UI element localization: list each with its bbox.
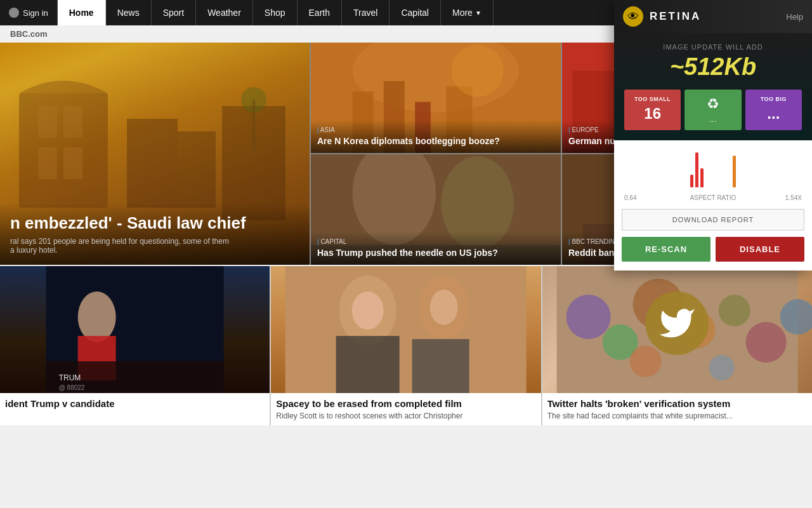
nav-item-home[interactable]: Home — [58, 0, 106, 25]
nav-travel-label: Travel — [353, 8, 377, 18]
chevron-down-icon: ▼ — [475, 10, 481, 17]
svg-rect-40 — [412, 339, 469, 393]
nav-item-news[interactable]: News — [106, 0, 152, 25]
site-name: BBC.com — [10, 29, 48, 39]
svg-point-41 — [352, 291, 384, 330]
bottom-section: TRUM @ 88022 ident Trump v candidate Spa… — [0, 266, 812, 425]
nav-item-earth[interactable]: Earth — [298, 0, 342, 25]
badge-too-big-value: ... — [750, 105, 797, 123]
svg-text:TRUM: TRUM — [59, 373, 81, 382]
retina-eye-icon: 👁 — [623, 6, 643, 27]
disable-button[interactable]: DISABLE — [716, 237, 804, 262]
user-icon — [9, 8, 19, 18]
svg-point-31 — [78, 291, 116, 342]
nav-item-shop[interactable]: Shop — [253, 0, 298, 25]
retina-help-button[interactable]: Help — [786, 12, 803, 22]
retina-download-area: DOWNLOAD REPORT — [614, 205, 812, 231]
svg-point-51 — [629, 345, 661, 377]
svg-rect-2 — [63, 106, 82, 138]
svg-rect-3 — [38, 147, 57, 179]
card-trump-jobs[interactable]: | CAPITAL Has Trump pushed the needle on… — [311, 154, 561, 265]
twitter-image — [542, 266, 812, 393]
chart-label-left: 0.64 — [624, 194, 636, 201]
svg-rect-9 — [252, 100, 255, 150]
hero-title: n embezzled' - Saudi law chief — [10, 213, 299, 233]
twitter-logo — [645, 291, 709, 355]
hero-card[interactable]: n embezzled' - Saudi law chief ral says … — [0, 43, 310, 265]
retina-title-text: RETINA — [650, 10, 701, 23]
nav-item-capital[interactable]: Capital — [390, 0, 441, 25]
bottom-spacey-title: Spacey to be erased from completed film — [271, 393, 540, 411]
bottom-card-twitter[interactable]: Twitter halts 'broken' verification syst… — [542, 266, 812, 425]
svg-rect-36 — [285, 266, 527, 393]
retina-actions: RE-SCAN DISABLE — [614, 231, 812, 271]
chart-label-center: ASPECT RATIO — [690, 194, 736, 201]
nav-item-travel[interactable]: Travel — [342, 0, 390, 25]
svg-text:@ 88022: @ 88022 — [59, 384, 85, 391]
signin-button[interactable]: Sign in — [0, 0, 58, 25]
nav-item-more[interactable]: More ▼ — [441, 0, 494, 25]
badge-too-small-label: TOO SMALL — [629, 96, 676, 102]
svg-point-52 — [709, 355, 734, 380]
card-trump-jobs-tag: | CAPITAL — [317, 238, 554, 245]
rescan-button[interactable]: RE-SCAN — [622, 237, 710, 262]
svg-point-49 — [745, 322, 786, 363]
chart-label-right: 1.54X — [785, 194, 802, 201]
nav-earth-label: Earth — [309, 8, 330, 18]
recycle-icon: ♻ — [707, 96, 719, 112]
retina-header: 👁 RETINA Help — [614, 0, 812, 33]
retina-chart-area: 0.64 ASPECT RATIO 1.54X — [614, 140, 812, 205]
card-trump-jobs-overlay: | CAPITAL Has Trump pushed the needle on… — [311, 232, 561, 265]
retina-size-display: ~512Kb — [624, 53, 802, 81]
svg-point-44 — [566, 295, 610, 339]
bottom-twitter-desc: The site had faced complaints that white… — [542, 411, 812, 425]
badge-too-small-value: 16 — [629, 105, 676, 123]
retina-body: IMAGE UPDATE WILL ADD ~512Kb TOO SMALL 1… — [614, 33, 812, 140]
card-trump-jobs-title: Has Trump pushed the needle on US jobs? — [317, 247, 554, 258]
bottom-spacey-desc: Ridley Scott is to reshoot scenes with a… — [271, 411, 540, 425]
bottom-card-trump[interactable]: TRUM @ 88022 ident Trump v candidate — [0, 266, 270, 425]
svg-rect-4 — [63, 147, 82, 179]
chart-container: 0.64 ASPECT RATIO 1.54X — [624, 150, 802, 201]
svg-rect-1 — [38, 106, 57, 138]
trump-figure: TRUM @ 88022 — [0, 266, 270, 393]
nav-shop-label: Shop — [265, 8, 285, 18]
nav-sport-label: Sport — [163, 8, 184, 18]
nav-capital-label: Capital — [401, 8, 429, 18]
badge-ok: ♻ ... — [684, 90, 741, 130]
spacey-image — [271, 266, 540, 393]
trump-image: TRUM @ 88022 — [0, 266, 270, 393]
twitter-bird-icon — [658, 304, 696, 342]
download-report-button[interactable]: DOWNLOAD REPORT — [622, 209, 804, 231]
card-n-korea[interactable]: | ASIA Are N Korea diplomats bootlegging… — [311, 43, 561, 153]
svg-rect-6 — [178, 131, 216, 208]
nav-item-weather[interactable]: Weather — [196, 0, 253, 25]
nav-item-sport[interactable]: Sport — [152, 0, 196, 25]
nav-more-label: More — [452, 8, 473, 18]
bottom-trump-title: ident Trump v candidate — [0, 393, 270, 411]
signin-label: Sign in — [23, 8, 48, 18]
badge-too-small: TOO SMALL 16 — [624, 90, 681, 130]
retina-logo: 👁 RETINA — [623, 6, 701, 27]
bottom-card-spacey[interactable]: Spacey to be erased from completed film … — [271, 266, 540, 425]
hero-desc: ral says 201 people are being held for q… — [10, 237, 299, 255]
card-n-korea-tag: | ASIA — [317, 126, 554, 133]
chart-bar-3 — [700, 168, 704, 187]
svg-point-48 — [718, 295, 750, 326]
hero-overlay: n embezzled' - Saudi law chief ral says … — [0, 203, 310, 265]
nav-news-label: News — [117, 8, 140, 18]
svg-point-42 — [430, 290, 458, 325]
card-n-korea-title: Are N Korea diplomats bootlegging booze? — [317, 135, 554, 147]
nav-weather-label: Weather — [207, 8, 241, 18]
retina-update-text: IMAGE UPDATE WILL ADD — [624, 43, 802, 51]
chart-bar-orange — [733, 156, 736, 187]
badge-ok-dots: ... — [709, 114, 717, 124]
svg-rect-5 — [127, 119, 178, 208]
chart-bar-2 — [695, 152, 698, 187]
chart-bar-1 — [690, 175, 693, 187]
svg-point-16 — [452, 44, 504, 97]
svg-rect-39 — [336, 336, 400, 393]
retina-panel: 👁 RETINA Help IMAGE UPDATE WILL ADD ~512… — [614, 0, 812, 271]
retina-badges: TOO SMALL 16 ♻ ... TOO BIG ... — [624, 90, 802, 130]
spacey-figures — [271, 266, 540, 393]
